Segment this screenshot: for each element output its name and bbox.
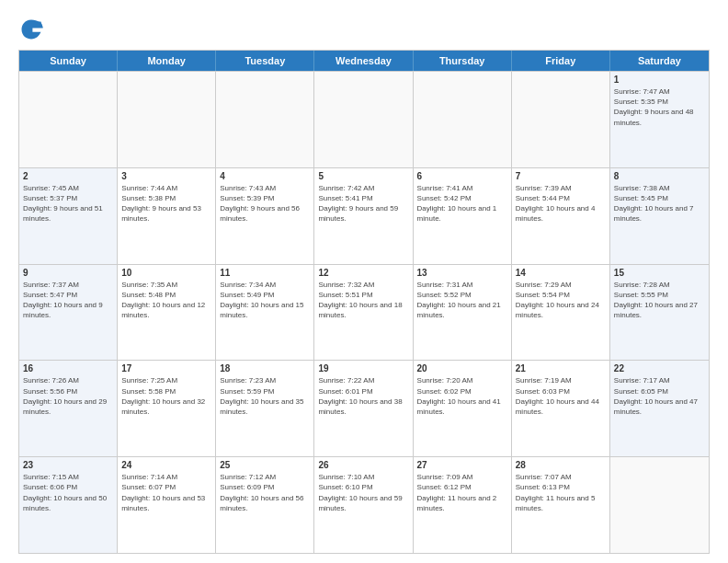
day-cell-24: 24Sunrise: 7:14 AM Sunset: 6:07 PM Dayli… — [118, 457, 216, 553]
day-info: Sunrise: 7:37 AM Sunset: 5:47 PM Dayligh… — [23, 280, 113, 321]
calendar-row-2: 2Sunrise: 7:45 AM Sunset: 5:37 PM Daylig… — [19, 167, 709, 264]
day-cell-5: 5Sunrise: 7:42 AM Sunset: 5:41 PM Daylig… — [314, 168, 413, 264]
day-cell-13: 13Sunrise: 7:31 AM Sunset: 5:52 PM Dayli… — [414, 265, 512, 361]
day-info: Sunrise: 7:14 AM Sunset: 6:07 PM Dayligh… — [121, 472, 211, 513]
day-info: Sunrise: 7:45 AM Sunset: 5:37 PM Dayligh… — [23, 183, 113, 224]
day-cell-10: 10Sunrise: 7:35 AM Sunset: 5:48 PM Dayli… — [118, 265, 216, 361]
day-cell-16: 16Sunrise: 7:26 AM Sunset: 5:56 PM Dayli… — [19, 361, 118, 456]
day-cell-8: 8Sunrise: 7:38 AM Sunset: 5:45 PM Daylig… — [610, 168, 709, 264]
day-cell-4: 4Sunrise: 7:43 AM Sunset: 5:39 PM Daylig… — [216, 168, 314, 264]
day-number: 2 — [23, 171, 113, 181]
header — [18, 17, 710, 42]
day-cell-20: 20Sunrise: 7:20 AM Sunset: 6:02 PM Dayli… — [414, 361, 512, 456]
day-cell-28: 28Sunrise: 7:07 AM Sunset: 6:13 PM Dayli… — [512, 457, 610, 553]
day-cell-26: 26Sunrise: 7:10 AM Sunset: 6:10 PM Dayli… — [314, 457, 413, 553]
calendar-row-3: 9Sunrise: 7:37 AM Sunset: 5:47 PM Daylig… — [19, 264, 709, 361]
day-info: Sunrise: 7:25 AM Sunset: 5:58 PM Dayligh… — [121, 375, 211, 417]
day-cell-9: 9Sunrise: 7:37 AM Sunset: 5:47 PM Daylig… — [19, 265, 118, 361]
day-cell-14: 14Sunrise: 7:29 AM Sunset: 5:54 PM Dayli… — [512, 265, 610, 361]
day-info: Sunrise: 7:44 AM Sunset: 5:38 PM Dayligh… — [121, 183, 211, 224]
day-number: 17 — [121, 363, 211, 373]
day-number: 9 — [23, 268, 113, 278]
day-number: 3 — [121, 171, 211, 181]
day-info: Sunrise: 7:17 AM Sunset: 6:05 PM Dayligh… — [614, 375, 705, 417]
day-info: Sunrise: 7:47 AM Sunset: 5:35 PM Dayligh… — [614, 86, 705, 128]
day-number: 23 — [23, 460, 113, 470]
day-info: Sunrise: 7:43 AM Sunset: 5:39 PM Dayligh… — [220, 183, 310, 224]
empty-cell-r0c4 — [414, 72, 512, 167]
calendar-row-5: 23Sunrise: 7:15 AM Sunset: 6:06 PM Dayli… — [19, 456, 709, 553]
header-cell-thursday: Thursday — [414, 51, 512, 71]
calendar-body: 1Sunrise: 7:47 AM Sunset: 5:35 PM Daylig… — [19, 71, 709, 553]
day-number: 7 — [516, 171, 606, 181]
calendar-row-4: 16Sunrise: 7:26 AM Sunset: 5:56 PM Dayli… — [19, 360, 709, 456]
header-cell-saturday: Saturday — [610, 51, 709, 71]
empty-cell-r0c2 — [216, 72, 314, 167]
day-info: Sunrise: 7:07 AM Sunset: 6:13 PM Dayligh… — [516, 472, 606, 513]
header-cell-sunday: Sunday — [19, 51, 118, 71]
day-number: 13 — [417, 268, 507, 278]
day-info: Sunrise: 7:09 AM Sunset: 6:12 PM Dayligh… — [417, 472, 507, 513]
day-info: Sunrise: 7:39 AM Sunset: 5:44 PM Dayligh… — [516, 183, 606, 224]
day-info: Sunrise: 7:12 AM Sunset: 6:09 PM Dayligh… — [220, 472, 310, 513]
page: SundayMondayTuesdayWednesdayThursdayFrid… — [0, 0, 728, 563]
calendar: SundayMondayTuesdayWednesdayThursdayFrid… — [18, 50, 710, 554]
day-number: 15 — [614, 268, 705, 278]
day-number: 24 — [121, 460, 211, 470]
day-number: 21 — [516, 363, 606, 373]
empty-cell-r0c5 — [512, 72, 610, 167]
day-info: Sunrise: 7:23 AM Sunset: 5:59 PM Dayligh… — [220, 375, 310, 417]
day-info: Sunrise: 7:29 AM Sunset: 5:54 PM Dayligh… — [516, 280, 606, 321]
day-number: 5 — [318, 171, 408, 181]
day-info: Sunrise: 7:31 AM Sunset: 5:52 PM Dayligh… — [417, 280, 507, 321]
header-cell-wednesday: Wednesday — [314, 51, 413, 71]
day-info: Sunrise: 7:38 AM Sunset: 5:45 PM Dayligh… — [614, 183, 705, 224]
day-number: 8 — [614, 171, 705, 181]
calendar-row-1: 1Sunrise: 7:47 AM Sunset: 5:35 PM Daylig… — [19, 71, 709, 167]
day-number: 14 — [516, 268, 606, 278]
calendar-header: SundayMondayTuesdayWednesdayThursdayFrid… — [19, 51, 709, 71]
day-number: 12 — [318, 268, 408, 278]
day-cell-12: 12Sunrise: 7:32 AM Sunset: 5:51 PM Dayli… — [314, 265, 413, 361]
day-cell-27: 27Sunrise: 7:09 AM Sunset: 6:12 PM Dayli… — [414, 457, 512, 553]
day-number: 28 — [516, 460, 606, 470]
day-info: Sunrise: 7:34 AM Sunset: 5:49 PM Dayligh… — [220, 280, 310, 321]
day-cell-6: 6Sunrise: 7:41 AM Sunset: 5:42 PM Daylig… — [414, 168, 512, 264]
day-info: Sunrise: 7:15 AM Sunset: 6:06 PM Dayligh… — [23, 472, 113, 513]
day-info: Sunrise: 7:19 AM Sunset: 6:03 PM Dayligh… — [516, 375, 606, 417]
day-number: 22 — [614, 363, 705, 373]
day-info: Sunrise: 7:26 AM Sunset: 5:56 PM Dayligh… — [23, 375, 113, 417]
day-cell-21: 21Sunrise: 7:19 AM Sunset: 6:03 PM Dayli… — [512, 361, 610, 456]
day-number: 6 — [417, 171, 507, 181]
day-cell-1: 1Sunrise: 7:47 AM Sunset: 5:35 PM Daylig… — [610, 72, 709, 167]
day-number: 20 — [417, 363, 507, 373]
day-number: 4 — [220, 171, 310, 181]
day-cell-17: 17Sunrise: 7:25 AM Sunset: 5:58 PM Dayli… — [118, 361, 216, 456]
day-number: 19 — [318, 363, 408, 373]
empty-cell-r0c1 — [118, 72, 216, 167]
day-info: Sunrise: 7:41 AM Sunset: 5:42 PM Dayligh… — [417, 183, 507, 224]
empty-cell-r0c0 — [19, 72, 118, 167]
header-cell-monday: Monday — [118, 51, 216, 71]
day-number: 18 — [220, 363, 310, 373]
day-info: Sunrise: 7:35 AM Sunset: 5:48 PM Dayligh… — [121, 280, 211, 321]
day-number: 10 — [121, 268, 211, 278]
day-cell-18: 18Sunrise: 7:23 AM Sunset: 5:59 PM Dayli… — [216, 361, 314, 456]
day-cell-11: 11Sunrise: 7:34 AM Sunset: 5:49 PM Dayli… — [216, 265, 314, 361]
day-number: 11 — [220, 268, 310, 278]
day-cell-25: 25Sunrise: 7:12 AM Sunset: 6:09 PM Dayli… — [216, 457, 314, 553]
day-info: Sunrise: 7:10 AM Sunset: 6:10 PM Dayligh… — [318, 472, 408, 513]
day-number: 1 — [614, 75, 705, 85]
header-cell-tuesday: Tuesday — [216, 51, 314, 71]
day-info: Sunrise: 7:20 AM Sunset: 6:02 PM Dayligh… — [417, 375, 507, 417]
day-info: Sunrise: 7:28 AM Sunset: 5:55 PM Dayligh… — [614, 280, 705, 321]
logo — [18, 17, 48, 42]
day-number: 27 — [417, 460, 507, 470]
empty-cell-r0c3 — [314, 72, 413, 167]
day-info: Sunrise: 7:22 AM Sunset: 6:01 PM Dayligh… — [318, 375, 408, 417]
day-cell-3: 3Sunrise: 7:44 AM Sunset: 5:38 PM Daylig… — [118, 168, 216, 264]
day-cell-7: 7Sunrise: 7:39 AM Sunset: 5:44 PM Daylig… — [512, 168, 610, 264]
logo-icon — [18, 17, 44, 42]
day-cell-2: 2Sunrise: 7:45 AM Sunset: 5:37 PM Daylig… — [19, 168, 118, 264]
day-info: Sunrise: 7:32 AM Sunset: 5:51 PM Dayligh… — [318, 280, 408, 321]
